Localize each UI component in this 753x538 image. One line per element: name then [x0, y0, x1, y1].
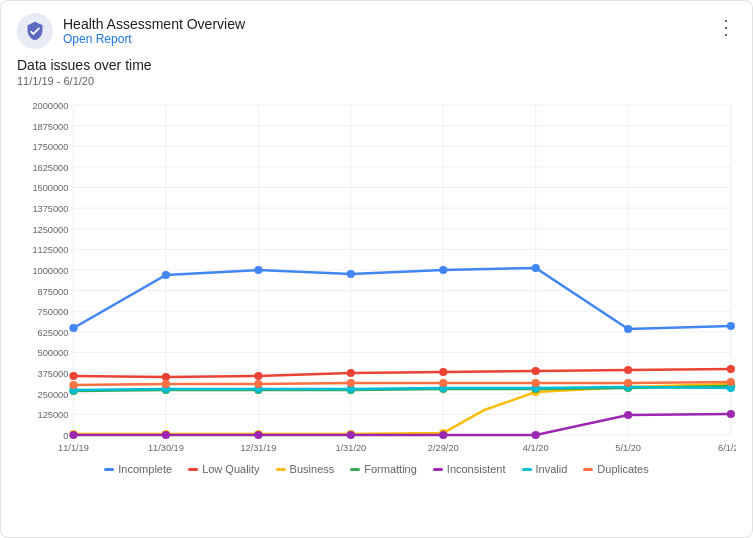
svg-text:875000: 875000 [38, 287, 69, 297]
svg-text:6/1/20: 6/1/20 [718, 443, 736, 453]
svg-text:250000: 250000 [38, 390, 69, 400]
legend-item-inconsistent: Inconsistent [433, 463, 506, 475]
legend-label-duplicates: Duplicates [597, 463, 648, 475]
svg-point-104 [624, 379, 632, 387]
legend-label-formatting: Formatting [364, 463, 417, 475]
svg-point-60 [254, 372, 262, 380]
svg-text:1125000: 1125000 [32, 246, 68, 256]
svg-text:500000: 500000 [38, 349, 69, 359]
svg-point-59 [162, 373, 170, 381]
legend-label-business: Business [290, 463, 335, 475]
svg-text:2/29/20: 2/29/20 [428, 443, 459, 453]
svg-point-101 [347, 379, 355, 387]
legend-item-incomplete: Incomplete [104, 463, 172, 475]
svg-text:2000000: 2000000 [32, 101, 68, 111]
svg-text:625000: 625000 [38, 328, 69, 338]
legend-item-duplicates: Duplicates [583, 463, 648, 475]
legend-color-invalid [522, 468, 532, 471]
svg-point-50 [69, 324, 77, 332]
svg-text:1875000: 1875000 [32, 122, 68, 132]
card: Health Assessment Overview Open Report ⋮… [0, 0, 753, 538]
legend-label-low-quality: Low Quality [202, 463, 259, 475]
svg-text:5/1/20: 5/1/20 [615, 443, 641, 453]
svg-point-56 [624, 325, 632, 333]
svg-point-55 [532, 264, 540, 272]
svg-text:0: 0 [63, 431, 68, 441]
chart-area: 2000000 1875000 1750000 1625000 1500000 … [17, 95, 736, 455]
svg-point-65 [727, 365, 735, 373]
svg-point-54 [439, 266, 447, 274]
svg-point-105 [727, 378, 735, 386]
chart-subtitle: 11/1/19 - 6/1/20 [17, 75, 736, 87]
legend-label-inconsistent: Inconsistent [447, 463, 506, 475]
svg-text:11/1/19: 11/1/19 [58, 443, 89, 453]
svg-point-82 [69, 431, 77, 439]
menu-button[interactable]: ⋮ [716, 17, 736, 37]
svg-point-51 [162, 271, 170, 279]
svg-text:12/31/19: 12/31/19 [240, 443, 276, 453]
svg-point-87 [532, 431, 540, 439]
svg-point-103 [532, 379, 540, 387]
svg-point-102 [439, 379, 447, 387]
card-header: Health Assessment Overview Open Report [17, 13, 736, 49]
svg-point-58 [69, 372, 77, 380]
legend-color-low-quality [188, 468, 198, 471]
svg-text:1250000: 1250000 [32, 225, 68, 235]
svg-text:1500000: 1500000 [32, 184, 68, 194]
svg-text:1625000: 1625000 [32, 163, 68, 173]
shield-icon [17, 13, 53, 49]
legend-item-invalid: Invalid [522, 463, 568, 475]
chart-legend: Incomplete Low Quality Business Formatti… [17, 463, 736, 475]
svg-point-64 [624, 366, 632, 374]
svg-point-53 [347, 270, 355, 278]
svg-point-61 [347, 369, 355, 377]
svg-point-84 [254, 431, 262, 439]
svg-point-86 [439, 431, 447, 439]
svg-point-88 [624, 411, 632, 419]
svg-text:750000: 750000 [38, 307, 69, 317]
svg-text:11/30/19: 11/30/19 [148, 443, 184, 453]
legend-color-formatting [350, 468, 360, 471]
svg-text:4/1/20: 4/1/20 [523, 443, 549, 453]
legend-color-business [276, 468, 286, 471]
svg-text:1/31/20: 1/31/20 [335, 443, 366, 453]
card-title: Health Assessment Overview [63, 16, 245, 32]
legend-label-incomplete: Incomplete [118, 463, 172, 475]
svg-point-89 [727, 410, 735, 418]
header-text: Health Assessment Overview Open Report [63, 16, 245, 46]
svg-text:125000: 125000 [38, 411, 69, 421]
svg-point-99 [162, 380, 170, 388]
svg-point-63 [532, 367, 540, 375]
svg-text:1375000: 1375000 [32, 204, 68, 214]
svg-point-98 [69, 381, 77, 389]
legend-item-business: Business [276, 463, 335, 475]
legend-color-inconsistent [433, 468, 443, 471]
svg-text:1750000: 1750000 [32, 142, 68, 152]
chart-title: Data issues over time [17, 57, 736, 73]
open-report-link[interactable]: Open Report [63, 32, 245, 46]
svg-point-100 [254, 380, 262, 388]
legend-label-invalid: Invalid [536, 463, 568, 475]
legend-item-formatting: Formatting [350, 463, 417, 475]
svg-point-62 [439, 368, 447, 376]
svg-point-52 [254, 266, 262, 274]
svg-point-85 [347, 431, 355, 439]
legend-color-duplicates [583, 468, 593, 471]
svg-point-83 [162, 431, 170, 439]
svg-point-57 [727, 322, 735, 330]
legend-color-incomplete [104, 468, 114, 471]
svg-text:1000000: 1000000 [32, 266, 68, 276]
svg-text:375000: 375000 [38, 369, 69, 379]
legend-item-low-quality: Low Quality [188, 463, 259, 475]
